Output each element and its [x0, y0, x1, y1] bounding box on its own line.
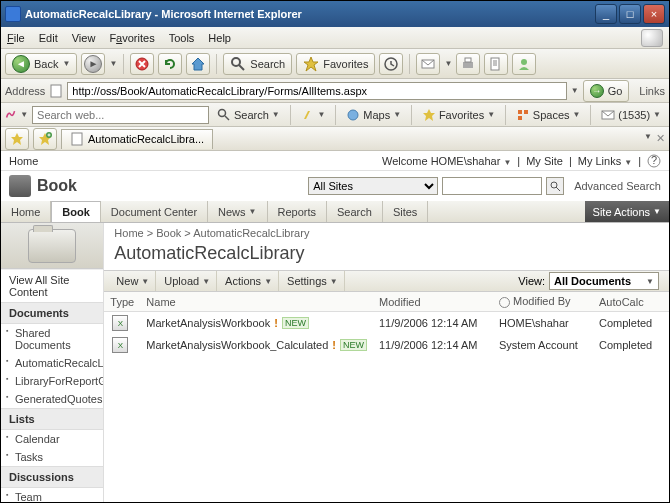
svg-rect-6 [491, 58, 499, 70]
forward-button[interactable]: ► [81, 53, 105, 75]
nav-gen-quotes[interactable]: GeneratedQuotesLibrary [1, 390, 103, 408]
site-search-input[interactable] [442, 177, 542, 195]
tab-close[interactable]: ✕ [656, 132, 665, 145]
nav-sites[interactable]: Sites [383, 201, 428, 222]
view-all-content-link[interactable]: View All Site Content [1, 269, 103, 302]
sp-home-link[interactable]: Home [9, 155, 38, 167]
mail-count-button[interactable]: (1535)▼ [597, 106, 665, 124]
mail-button[interactable] [416, 53, 440, 75]
view-selector[interactable]: All Documents▼ [549, 272, 659, 290]
item-name[interactable]: MarketAnalysisWorkbook_Calculated [146, 339, 328, 351]
maps-button[interactable]: Maps▼ [342, 106, 405, 124]
help-icon[interactable]: ? [647, 154, 661, 168]
address-dropdown[interactable]: ▼ [571, 86, 579, 95]
web-search-button[interactable]: Search▼ [213, 106, 284, 124]
crumb-home[interactable]: Home [114, 227, 143, 239]
menu-favorites[interactable]: Favorites [109, 32, 154, 44]
nav-tasks[interactable]: Tasks [1, 448, 103, 466]
history-button[interactable] [379, 53, 403, 75]
item-name[interactable]: MarketAnalysisWorkbook [146, 317, 270, 329]
col-modified[interactable]: Modified [373, 296, 493, 308]
settings-button[interactable]: Settings▼ [281, 271, 345, 291]
nav-report-gen[interactable]: LibraryForReportGeneration [1, 372, 103, 390]
tab-page-icon [70, 132, 84, 146]
toolbar-favorites-button[interactable]: Favorites▼ [418, 106, 499, 124]
address-input[interactable] [67, 82, 566, 100]
nav-calendar[interactable]: Calendar [1, 430, 103, 448]
menu-file[interactable]: File [7, 32, 25, 44]
col-autocalc[interactable]: AutoCalc [593, 296, 669, 308]
col-name[interactable]: Name [140, 296, 373, 308]
stop-button[interactable] [130, 53, 154, 75]
menu-help[interactable]: Help [208, 32, 231, 44]
welcome-label[interactable]: Welcome HOME\shahar ▼ [382, 155, 511, 167]
col-type[interactable]: Type [104, 296, 140, 308]
search-button[interactable]: Search [223, 53, 292, 75]
site-actions-button[interactable]: Site Actions▼ [585, 201, 669, 222]
close-button[interactable]: × [643, 4, 665, 24]
crumb-book[interactable]: Book [156, 227, 181, 239]
nav-head-documents: Documents [1, 302, 103, 324]
item-by[interactable]: System Account [493, 339, 593, 351]
sp-nav: Home Book Document Center News▼ Reports … [1, 201, 669, 223]
mylinks-link[interactable]: My Links ▼ [578, 155, 632, 167]
site-search-go[interactable] [546, 177, 564, 195]
nav-search[interactable]: Search [327, 201, 383, 222]
library-toolbar: New▼ Upload▼ Actions▼ Settings▼ View: Al… [104, 270, 669, 292]
search-toolbar: ▼ Search▼ ▼ Maps▼ Favorites▼ Spaces▼ (15… [1, 103, 669, 127]
sp-top-bar: Home Welcome HOME\shahar ▼ | My Site | M… [1, 151, 669, 171]
advanced-search-link[interactable]: Advanced Search [574, 180, 661, 192]
item-modified: 11/9/2006 12:14 AM [373, 317, 493, 329]
maximize-button[interactable]: □ [619, 4, 641, 24]
col-modified-by[interactable]: Modified By [493, 295, 593, 308]
browser-tab-row: AutomaticRecalcLibra... ▼ ✕ [1, 127, 669, 151]
refresh-button[interactable] [158, 53, 182, 75]
svg-rect-13 [518, 116, 522, 120]
table-row[interactable]: X MarketAnalysisWorkbook!NEW 11/9/2006 1… [104, 312, 669, 334]
table-header: Type Name Modified Modified By AutoCalc [104, 292, 669, 312]
nav-team-discussion[interactable]: Team Discussion [1, 488, 103, 502]
actions-button[interactable]: Actions▼ [219, 271, 279, 291]
favorites-button[interactable]: Favorites [296, 53, 375, 75]
minimize-button[interactable]: _ [595, 4, 617, 24]
messenger-button[interactable] [512, 53, 536, 75]
nav-head-discussions: Discussions [1, 466, 103, 488]
mysite-link[interactable]: My Site [526, 155, 563, 167]
edit-button[interactable] [484, 53, 508, 75]
page-title: AutomaticRecalcLibrary [104, 243, 669, 270]
ie-icon [5, 6, 21, 22]
spaces-button[interactable]: Spaces▼ [512, 106, 585, 124]
forward-dropdown[interactable]: ▼ [109, 59, 117, 68]
upload-button[interactable]: Upload▼ [158, 271, 217, 291]
nav-book[interactable]: Book [51, 201, 101, 222]
crumb-lib[interactable]: AutomaticRecalcLibrary [193, 227, 309, 239]
page-icon [49, 84, 63, 98]
add-favorite-button[interactable] [33, 128, 57, 150]
new-button[interactable]: New▼ [110, 271, 156, 291]
menu-view[interactable]: View [72, 32, 96, 44]
menu-edit[interactable]: Edit [39, 32, 58, 44]
links-label[interactable]: Links [639, 85, 665, 97]
nav-reports[interactable]: Reports [268, 201, 328, 222]
print-button[interactable] [456, 53, 480, 75]
nav-home[interactable]: Home [1, 201, 51, 222]
favorites-star-button[interactable] [5, 128, 29, 150]
table-row[interactable]: X MarketAnalysisWorkbook_Calculated!NEW … [104, 334, 669, 356]
browser-tab[interactable]: AutomaticRecalcLibra... [61, 129, 213, 149]
item-by[interactable]: HOME\shahar [493, 317, 593, 329]
nav-doccenter[interactable]: Document Center [101, 201, 208, 222]
menu-tools[interactable]: Tools [169, 32, 195, 44]
content-area: View All Site Content Documents Shared D… [1, 223, 669, 502]
tab-dropdown[interactable]: ▼ [644, 132, 652, 145]
home-button[interactable] [186, 53, 210, 75]
nav-shared-docs[interactable]: Shared Documents [1, 324, 103, 354]
go-button[interactable]: →Go [583, 80, 630, 102]
new-badge: NEW [282, 317, 309, 329]
search-scope-select[interactable]: All Sites [308, 177, 438, 195]
address-bar: Address ▼ →Go Links [1, 79, 669, 103]
nav-auto-recalc[interactable]: AutomaticRecalcLibrary [1, 354, 103, 372]
highlight-button[interactable]: ▼ [297, 106, 330, 124]
web-search-input[interactable] [32, 106, 209, 124]
nav-news[interactable]: News▼ [208, 201, 267, 222]
back-button[interactable]: ◄Back▼ [5, 53, 77, 75]
